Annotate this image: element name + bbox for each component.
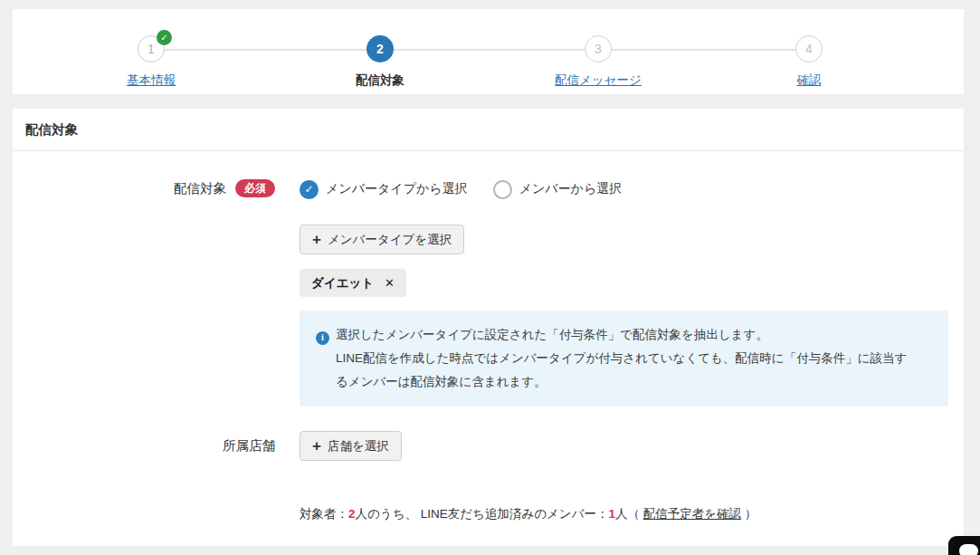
delivery-target-panel: 配信対象 配信対象 必須 ✓ メンバータイプから選択 (13, 109, 964, 546)
option-label: メンバーから選択 (519, 181, 623, 197)
info-icon: i (316, 331, 329, 345)
step-circle-2: 2 (366, 35, 394, 62)
close-icon[interactable]: ✕ (385, 276, 395, 290)
step-complete-check-icon: ✓ (157, 30, 172, 45)
stepper-connector (165, 49, 366, 51)
step-confirm: 4 確認 (795, 35, 823, 89)
plus-icon: + (312, 232, 321, 247)
select-store-button[interactable]: + 店舗を選択 (300, 431, 402, 461)
checked-radio-icon[interactable]: ✓ (300, 180, 319, 199)
chat-bubble-icon (959, 544, 978, 555)
option-select-by-member[interactable]: メンバーから選択 (493, 180, 623, 199)
tag-label: ダイエット (311, 275, 374, 292)
page: 1 ✓ 基本情報 2 配信対象 3 配信メッセージ (0, 0, 980, 555)
info-note-line: 選択したメンバータイプに設定された「付与条件」で配信対象を抽出します。 (336, 323, 768, 347)
target-count: 2 (348, 507, 356, 521)
info-note: i 選択したメンバータイプに設定された「付与条件」で配信対象を抽出します。 LI… (300, 311, 948, 407)
option-select-by-member-type[interactable]: ✓ メンバータイプから選択 (300, 180, 468, 199)
step-circle-4: 4 (795, 35, 823, 62)
plus-icon: + (312, 438, 321, 454)
chat-widget-button[interactable] (948, 536, 980, 555)
step-circle-3: 3 (585, 35, 612, 62)
step-number: 4 (805, 42, 813, 56)
step-number: 3 (595, 42, 602, 56)
summary-text: ） (741, 507, 756, 521)
step-label-delivery-target: 配信対象 (356, 72, 404, 89)
target-type-options: ✓ メンバータイプから選択 メンバーから選択 (300, 179, 964, 199)
stepper: 1 ✓ 基本情報 2 配信対象 3 配信メッセージ (13, 9, 964, 94)
summary-row: 対象者：2人のうち、 LINE友だち追加済みのメンバー：1人（ 配信予定者を確認… (13, 506, 964, 522)
tag-diet: ダイエット ✕ (300, 269, 406, 297)
step-link-confirm[interactable]: 確認 (797, 72, 822, 89)
step-delivery-message: 3 配信メッセージ (555, 35, 642, 89)
delivery-target-row: 配信対象 必須 ✓ メンバータイプから選択 メンバーから選択 (13, 179, 964, 407)
friend-count: 1 (608, 507, 615, 521)
summary-text: 人のうち、 LINE友だち追加済みのメンバー： (356, 507, 609, 521)
delivery-target-form: 配信対象 必須 ✓ メンバータイプから選択 メンバーから選択 (13, 151, 964, 522)
step-delivery-target: 2 配信対象 (356, 35, 404, 89)
step-number: 1 (147, 42, 155, 56)
option-label: メンバータイプから選択 (326, 181, 468, 197)
confirm-recipients-link[interactable]: 配信予定者を確認 (643, 507, 741, 521)
info-note-line: るメンバーは配信対象に含まれます。 (316, 370, 932, 394)
select-member-type-button[interactable]: + メンバータイプを選択 (300, 225, 464, 254)
target-summary: 対象者：2人のうち、 LINE友だち追加済みのメンバー：1人（ 配信予定者を確認… (275, 506, 964, 522)
step-link-delivery-message[interactable]: 配信メッセージ (555, 72, 642, 89)
unchecked-radio-icon[interactable] (493, 180, 512, 199)
step-number: 2 (376, 42, 384, 56)
section-title: 配信対象 (13, 109, 964, 151)
delivery-target-label: 配信対象 (174, 180, 226, 197)
step-link-basic-info[interactable]: 基本情報 (127, 72, 176, 89)
button-label: メンバータイプを選択 (328, 232, 452, 248)
summary-text: 人（ (615, 507, 643, 521)
required-badge: 必須 (235, 179, 275, 197)
info-note-line: LINE配信を作成した時点ではメンバータイプが付与されていなくても、配信時に「付… (316, 347, 932, 370)
step-basic-info: 1 ✓ 基本情報 (127, 35, 176, 89)
summary-text: 対象者： (300, 507, 348, 521)
store-row: 所属店舗 + 店舗を選択 (13, 431, 964, 461)
selected-tags: ダイエット ✕ (300, 254, 964, 297)
button-label: 店舗を選択 (328, 438, 389, 455)
store-label: 所属店舗 (223, 437, 275, 455)
